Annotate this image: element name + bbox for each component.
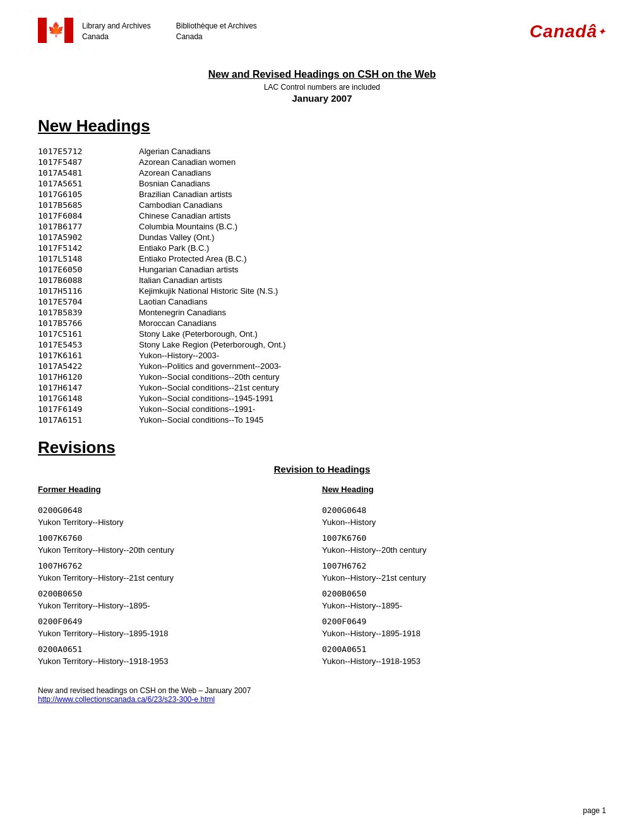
flag-icon: 🍁 [38,13,73,48]
new-text: Yukon--History--1918-1953 [322,655,606,667]
former-code: 0200A0651 [38,643,322,655]
former-code: 0200F0649 [38,615,322,627]
former-text: Yukon Territory--History--1895- [38,600,322,612]
footer-link[interactable]: http://www.collectionscanada.ca/6/23/s23… [38,695,215,704]
main-title-block: New and Revised Headings on CSH on the W… [38,69,606,80]
former-code: 1007K6760 [38,532,322,544]
entry-label: Brazilian Canadian artists [139,189,606,200]
new-text: Yukon--History--1895- [322,600,606,612]
page-number: page 1 [583,806,606,815]
revision-code-row: 1007K6760 1007K6760 [38,532,606,544]
entry-code: 1017A5481 [38,167,139,178]
former-heading-col-header: Former Heading [38,485,322,500]
canada-wordmark: Canadâ ✦ [530,21,606,42]
new-heading-row: 1017L5148 Entiako Protected Area (B.C.) [38,253,606,264]
new-heading-row: 1017F5487 Azorean Canadian women [38,157,606,167]
new-code: 0200G0648 [322,504,606,516]
svg-rect-2 [64,18,73,43]
entry-label: Chinese Canadian artists [139,210,606,221]
entry-code: 1017A5902 [38,232,139,243]
entry-label: Columbia Mountains (B.C.) [139,221,606,232]
new-heading-row: 1017A5902 Dundas Valley (Ont.) [38,232,606,243]
new-code: 1007H6762 [322,560,606,572]
new-heading-row: 1017H5116 Kejimkujik National Historic S… [38,286,606,296]
org-french: Bibliothèque et Archives Canada [176,21,257,42]
revision-text-row: Yukon Territory--History--1918-1953 Yuko… [38,655,606,667]
entry-label: Azorean Canadians [139,167,606,178]
entry-label: Yukon--Social conditions--20th century [139,372,606,382]
entry-label: Yukon--History--2003- [139,350,606,361]
entry-label: Montenegrin Canadians [139,307,606,318]
new-headings-section: New Headings 1017E5712 Algerian Canadian… [38,116,606,425]
revision-code-row: 0200G0648 0200G0648 [38,504,606,516]
entry-code: 1017F6149 [38,404,139,414]
new-heading-row: 1017G6148 Yukon--Social conditions--1945… [38,393,606,404]
new-heading-row: 1017B6088 Italian Canadian artists [38,275,606,286]
entry-code: 1017E5453 [38,339,139,350]
new-heading-row: 1017F6084 Chinese Canadian artists [38,210,606,221]
entry-label: Yukon--Social conditions--To 1945 [139,414,606,425]
new-headings-table: 1017E5712 Algerian Canadians 1017F5487 A… [38,146,606,425]
page: 🍁 Library and Archives Canada Bibliothèq… [0,0,644,834]
former-code: 0200B0650 [38,588,322,600]
svg-rect-0 [38,18,47,43]
entry-code: 1017B5685 [38,200,139,210]
revision-text-row: Yukon Territory--History--1895-1918 Yuko… [38,627,606,639]
new-heading-row: 1017E5453 Stony Lake Region (Peterboroug… [38,339,606,350]
new-heading-row: 1017B5766 Moroccan Canadians [38,318,606,329]
entry-code: 1017B6177 [38,221,139,232]
new-text: Yukon--History--1895-1918 [322,627,606,639]
new-heading-row: 1017F6149 Yukon--Social conditions--1991… [38,404,606,414]
canada-text: Canad [530,21,587,42]
entry-code: 1017A5422 [38,361,139,372]
entry-code: 1017E5704 [38,296,139,307]
revision-text-row: Yukon Territory--History Yukon--History [38,516,606,528]
new-heading-row: 1017C5161 Stony Lake (Peterborough, Ont.… [38,329,606,339]
entry-label: Stony Lake Region (Peterborough, Ont.) [139,339,606,350]
new-code: 1007K6760 [322,532,606,544]
entry-code: 1017G6105 [38,189,139,200]
footer: New and revised headings on CSH on the W… [38,686,606,704]
new-heading-row: 1017E6050 Hungarian Canadian artists [38,264,606,275]
entry-label: Entiako Park (B.C.) [139,243,606,253]
entry-label: Moroccan Canadians [139,318,606,329]
entry-code: 1017E6050 [38,264,139,275]
new-heading-col-header: New Heading [322,485,606,500]
flag-logo: 🍁 [38,13,73,50]
entry-code: 1017F5487 [38,157,139,167]
canada-a: â [587,21,597,42]
revision-code-row: 1007H6762 1007H6762 [38,560,606,572]
entry-code: 1017B6088 [38,275,139,286]
new-heading-row: 1017A5651 Bosnian Canadians [38,178,606,189]
new-code: 0200B0650 [322,588,606,600]
former-text: Yukon Territory--History--20th century [38,544,322,556]
entry-label: Stony Lake (Peterborough, Ont.) [139,329,606,339]
revision-text-row: Yukon Territory--History--21st century Y… [38,572,606,584]
new-heading-row: 1017A6151 Yukon--Social conditions--To 1… [38,414,606,425]
revision-code-row: 0200A0651 0200A0651 [38,643,606,655]
new-heading-row: 1017A5481 Azorean Canadians [38,167,606,178]
header-text: Library and Archives Canada Bibliothèque… [82,21,257,42]
entry-label: Cambodian Canadians [139,200,606,210]
former-code: 1007H6762 [38,560,322,572]
entry-label: Algerian Canadians [139,146,606,157]
entry-code: 1017A6151 [38,414,139,425]
entry-code: 1017H5116 [38,286,139,296]
entry-label: Bosnian Canadians [139,178,606,189]
new-heading-row: 1017A5422 Yukon--Politics and government… [38,361,606,372]
revision-table: Former Heading New Heading 0200G0648 020… [38,485,606,667]
revision-text-row: Yukon Territory--History--20th century Y… [38,544,606,556]
entry-label: Yukon--Social conditions--1945-1991 [139,393,606,404]
date-title: January 2007 [38,93,606,104]
new-heading-row: 1017H6147 Yukon--Social conditions--21st… [38,382,606,393]
org-en-line1: Library and Archives [82,21,151,30]
entry-code: 1017H6147 [38,382,139,393]
org-fr-line1: Bibliothèque et Archives [176,21,257,30]
new-heading-row: 1017F5142 Entiako Park (B.C.) [38,243,606,253]
new-text: Yukon--History [322,516,606,528]
new-heading-row: 1017E5704 Laotian Canadians [38,296,606,307]
new-code: 0200A0651 [322,643,606,655]
entry-label: Laotian Canadians [139,296,606,307]
subtitle: LAC Control numbers are included [38,83,606,92]
former-code: 0200G0648 [38,504,322,516]
